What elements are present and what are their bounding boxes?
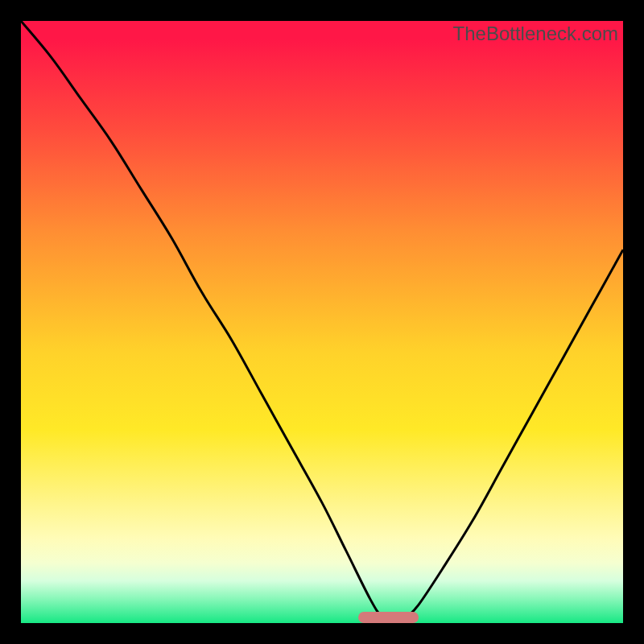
bottleneck-curve bbox=[21, 21, 623, 623]
optimal-range-marker bbox=[358, 612, 419, 623]
chart-plot-area: TheBottleneck.com bbox=[21, 21, 623, 623]
chart-frame: TheBottleneck.com bbox=[0, 0, 644, 644]
curve-path bbox=[21, 21, 623, 623]
